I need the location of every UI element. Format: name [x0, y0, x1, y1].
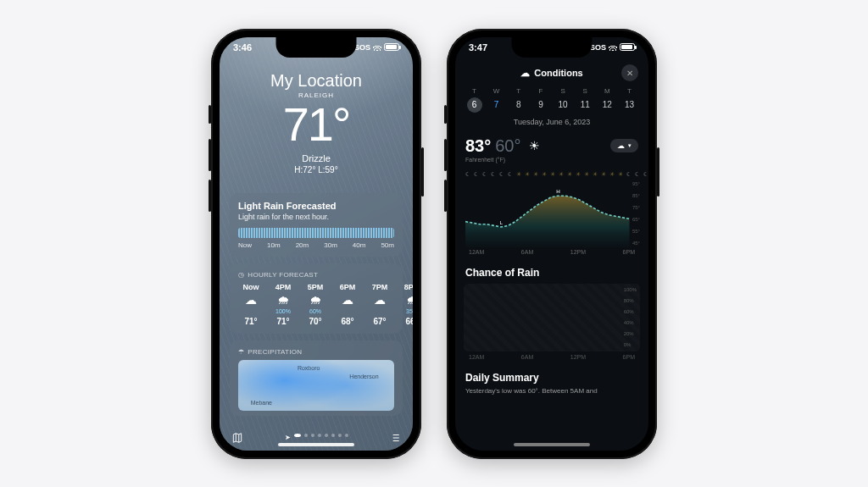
- status-time: 3:46: [233, 42, 252, 53]
- status-right: SOS: [354, 43, 399, 52]
- day-item[interactable]: F 9: [530, 87, 551, 113]
- day-letter: S: [560, 87, 565, 95]
- condition-text: Drizzle: [302, 153, 331, 163]
- conditions-screen[interactable]: 3:47 SOS ☁︎ Conditions ✕ T 6W 7T 8F 9S 1…: [455, 37, 648, 451]
- day-letter: S: [583, 87, 587, 95]
- hourly-item[interactable]: 4PM 🌧 100% 71°: [270, 283, 296, 326]
- map-icon[interactable]: [231, 432, 243, 444]
- day-number: 13: [621, 97, 637, 113]
- svg-text:H: H: [556, 188, 560, 194]
- day-letter: W: [493, 87, 500, 95]
- hourly-item[interactable]: 7PM ☁︎ 67°: [367, 283, 392, 326]
- chart-hour-icons: ☾☾☾☾☾☾ ☀︎☀︎☀︎☀︎☀︎☀︎☀︎☀︎☀︎☀︎☀︎☀︎☀︎ ☾☾☾☾: [464, 171, 640, 178]
- high-temp: 83°: [465, 136, 491, 156]
- hour-temp: 70°: [309, 317, 321, 326]
- day-item[interactable]: M 12: [597, 87, 618, 113]
- day-letter: M: [604, 87, 610, 95]
- rain-x-axis: 12AM 6AM 12PM 6PM: [464, 351, 640, 360]
- precipitation-card[interactable]: ☂︎ PRECIPITATION Roxboro Henderson Meban…: [230, 340, 403, 416]
- weather-icon: 🌧: [309, 293, 321, 307]
- hour-time: Now: [243, 283, 259, 291]
- status-right: SOS: [590, 43, 635, 52]
- battery-icon: [620, 43, 635, 51]
- carrier-label: SOS: [590, 43, 606, 52]
- carrier-label: SOS: [354, 43, 370, 52]
- hour-temp: 71°: [244, 317, 257, 326]
- rain-forecast-card[interactable]: Light Rain Forecasted Light rain for the…: [230, 193, 403, 257]
- hour-time: 7PM: [372, 283, 388, 291]
- home-indicator[interactable]: [278, 443, 354, 446]
- hour-temp: 71°: [276, 317, 289, 326]
- day-number: 9: [533, 97, 548, 113]
- page-indicator[interactable]: ➤: [285, 434, 348, 441]
- hour-precip: 60%: [309, 308, 321, 315]
- hourly-row[interactable]: Now ☁︎ 71°4PM 🌧 100% 71°5PM 🌧 60% 70°6PM…: [238, 283, 394, 326]
- hour-time: 6PM: [340, 283, 356, 291]
- hi-lo-row: 83° 60° ☀︎ ☁︎ ▾: [464, 136, 640, 156]
- rain-section-title: Chance of Rain: [464, 267, 640, 279]
- wifi-icon: [609, 44, 617, 51]
- map-city-label: Roxboro: [298, 365, 320, 371]
- day-number: 7: [489, 97, 504, 113]
- hourly-forecast-card[interactable]: ◷ HOURLY FORECAST Now ☁︎ 71°4PM 🌧 100% 7…: [230, 263, 403, 334]
- day-letter: T: [472, 87, 476, 95]
- daily-summary-title: Daily Summary: [464, 372, 640, 384]
- location-city: RALEIGH: [298, 91, 334, 99]
- umbrella-icon: ☂︎: [238, 348, 244, 356]
- notch: [276, 37, 357, 58]
- hour-temp: 66°: [405, 317, 413, 326]
- hourly-item[interactable]: 5PM 🌧 60% 70°: [303, 283, 328, 326]
- weather-icon: ☁︎: [342, 293, 353, 307]
- day-letter: T: [516, 87, 520, 95]
- home-indicator[interactable]: [514, 443, 590, 446]
- minute-label: 50m: [381, 241, 394, 249]
- day-number: 11: [577, 97, 593, 113]
- battery-icon: [384, 43, 399, 51]
- status-time: 3:47: [469, 42, 487, 53]
- precipitation-label: ☂︎ PRECIPITATION: [238, 348, 394, 356]
- clock-icon: ◷: [238, 271, 244, 279]
- minute-label: 10m: [267, 241, 281, 249]
- day-number: 10: [555, 97, 570, 113]
- weather-icon: ☁︎: [374, 293, 386, 307]
- svg-text:L: L: [499, 219, 503, 225]
- minute-label: 40m: [353, 241, 366, 249]
- hourly-item[interactable]: 8PM 🌧 35% 66°: [399, 283, 413, 326]
- cloud-icon: ☁︎: [617, 141, 625, 150]
- day-letter: F: [538, 87, 542, 95]
- weather-icon: 🌧: [406, 293, 413, 307]
- day-item[interactable]: T 6: [464, 87, 485, 113]
- chart-y-axis: 95° 85° 75° 65° 55° 45°: [632, 180, 640, 247]
- condition-selector[interactable]: ☁︎ ▾: [610, 139, 638, 152]
- wifi-icon: [373, 44, 381, 51]
- selected-date-label: Tuesday, June 6, 2023: [464, 118, 640, 126]
- precipitation-map[interactable]: Roxboro Henderson Mebane: [238, 360, 394, 411]
- day-item[interactable]: S 11: [575, 87, 596, 113]
- day-item[interactable]: T 8: [508, 87, 529, 113]
- minute-precip-bar: [238, 228, 394, 238]
- temperature-chart[interactable]: ☾☾☾☾☾☾ ☀︎☀︎☀︎☀︎☀︎☀︎☀︎☀︎☀︎☀︎☀︎☀︎☀︎ ☾☾☾☾: [464, 171, 640, 255]
- phone-conditions: 3:47 SOS ☁︎ Conditions ✕ T 6W 7T 8F 9S 1…: [447, 29, 657, 459]
- rain-card-title: Light Rain Forecasted: [238, 201, 394, 211]
- hourly-item[interactable]: Now ☁︎ 71°: [238, 283, 264, 326]
- day-number: 12: [599, 97, 615, 113]
- day-selector[interactable]: T 6W 7T 8F 9S 10S 11M 12T 13: [464, 87, 640, 113]
- list-icon[interactable]: [389, 432, 401, 444]
- hourly-item[interactable]: 6PM ☁︎ 68°: [335, 283, 360, 326]
- conditions-header: ☁︎ Conditions ✕: [464, 68, 640, 79]
- weather-screen[interactable]: 3:46 SOS My Location RALEIGH 71° Drizzle…: [220, 37, 413, 451]
- weather-icon: 🌧: [277, 293, 289, 307]
- chart-x-axis: 12AM 6AM 12PM 6PM: [464, 247, 640, 255]
- close-button[interactable]: ✕: [621, 64, 638, 81]
- hour-precip: 35%: [406, 308, 413, 315]
- weather-icon: ☁︎: [245, 293, 257, 307]
- day-item[interactable]: S 10: [553, 87, 574, 113]
- cloud-icon: ☁︎: [520, 68, 530, 79]
- day-item[interactable]: W 7: [486, 87, 507, 113]
- minute-label: 30m: [324, 241, 337, 249]
- hour-time: 4PM: [275, 283, 292, 291]
- rain-chart[interactable]: 100% 80% 60% 40% 20% 0%: [464, 284, 640, 351]
- notch: [512, 37, 593, 58]
- bottom-toolbar: ➤: [220, 432, 413, 444]
- day-item[interactable]: T 13: [619, 87, 640, 113]
